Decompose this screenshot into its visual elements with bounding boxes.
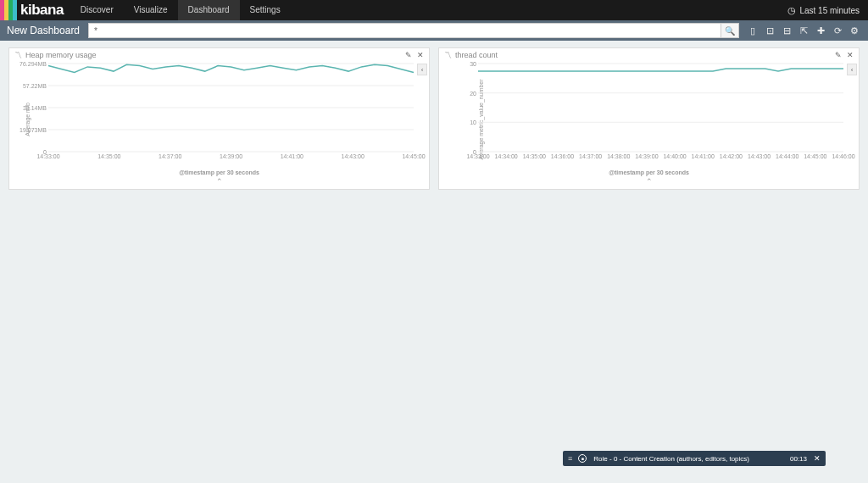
expand-handle[interactable]: ⌃	[439, 177, 859, 189]
x-tick: 14:45:00	[804, 153, 826, 159]
y-tick: 19.073MB	[19, 127, 47, 133]
x-tick: 14:37:00	[579, 153, 602, 159]
time-picker[interactable]: ◷ Last 15 minutes	[779, 5, 868, 16]
panel-body: Average metric_value_number010203014:33:…	[439, 62, 859, 177]
search-form: 🔍	[88, 23, 739, 38]
x-tick: 14:40:00	[663, 153, 686, 159]
new-icon[interactable]: ▯	[744, 23, 761, 38]
open-icon[interactable]: ⊟	[778, 23, 795, 38]
search-input[interactable]	[88, 23, 721, 38]
panel-title: Heap memory usage	[25, 51, 402, 59]
edit-icon[interactable]: ✎	[835, 51, 842, 59]
panel-title: thread count	[455, 51, 832, 59]
brand-name: kibana	[20, 2, 64, 19]
x-tick: 14:45:00	[402, 153, 425, 159]
refresh-icon[interactable]: ⟳	[829, 23, 846, 38]
y-tick: 38.14MB	[23, 105, 47, 111]
chevron-left-icon: ‹	[851, 66, 854, 74]
x-tick: 14:36:00	[551, 153, 574, 159]
share-icon[interactable]: ⇱	[795, 23, 812, 38]
x-tick: 14:42:00	[720, 153, 743, 159]
panel-heap-memory: 〽 Heap memory usage ✎ ✕ Average m/b019.0…	[8, 47, 430, 190]
x-tick: 14:46:00	[832, 153, 854, 159]
clock-icon: ◷	[787, 5, 796, 16]
panel-header: 〽 Heap memory usage ✎ ✕	[9, 48, 429, 62]
player-bar[interactable]: ≡ ■ Role - 0 - Content Creation (authors…	[563, 451, 826, 466]
close-icon[interactable]: ✕	[417, 51, 424, 59]
panel-body: Average m/b019.073MB38.14MB57.22MB76.294…	[9, 62, 429, 177]
x-tick: 14:37:00	[159, 153, 181, 159]
chevron-up-icon: ⌃	[646, 177, 653, 186]
panel-header: 〽 thread count ✎ ✕	[439, 48, 859, 62]
stop-button[interactable]: ■	[578, 454, 587, 463]
line-chart-icon: 〽	[444, 51, 452, 59]
x-tick: 14:34:00	[495, 153, 518, 159]
search-icon: 🔍	[725, 26, 735, 36]
close-icon[interactable]: ✕	[847, 51, 854, 59]
chevron-left-icon: ‹	[421, 66, 424, 74]
save-icon[interactable]: ⊡	[761, 23, 778, 38]
x-tick: 14:39:00	[220, 153, 242, 159]
y-tick: 57.22MB	[23, 83, 47, 89]
nav-tab-settings[interactable]: Settings	[240, 0, 291, 20]
collapse-legend-button[interactable]: ‹	[847, 64, 857, 75]
search-button[interactable]: 🔍	[721, 23, 739, 38]
add-icon[interactable]: ✚	[812, 23, 829, 38]
edit-icon[interactable]: ✎	[405, 51, 412, 59]
time-picker-label: Last 15 minutes	[799, 6, 860, 15]
x-tick: 14:35:00	[97, 153, 120, 159]
drag-handle-icon[interactable]: ≡	[568, 454, 571, 463]
y-tick: 20	[470, 90, 476, 96]
nav-tab-visualize[interactable]: Visualize	[124, 0, 178, 20]
x-tick: 14:41:00	[281, 153, 303, 159]
settings-gear-icon[interactable]: ⚙	[846, 23, 863, 38]
x-tick: 14:44:00	[776, 153, 798, 159]
y-tick: 76.294MB	[19, 61, 47, 67]
x-axis-label: @timestamp per 30 seconds	[179, 169, 259, 175]
x-tick: 14:39:00	[635, 153, 658, 159]
x-tick: 14:38:00	[607, 153, 630, 159]
stop-icon: ■	[581, 456, 584, 461]
x-tick: 14:33:00	[36, 153, 59, 159]
line-chart-icon: 〽	[14, 51, 22, 59]
panel-thread-count: 〽 thread count ✎ ✕ Average metric_value_…	[438, 47, 860, 190]
x-tick: 14:35:00	[523, 153, 546, 159]
x-tick: 14:33:00	[466, 153, 489, 159]
chevron-up-icon: ⌃	[216, 177, 223, 186]
expand-handle[interactable]: ⌃	[9, 177, 429, 189]
y-tick: 30	[470, 61, 476, 67]
nav-tab-dashboard[interactable]: Dashboard	[178, 0, 240, 20]
collapse-legend-button[interactable]: ‹	[417, 64, 427, 75]
player-time: 00:13	[790, 455, 807, 463]
nav-tab-discover[interactable]: Discover	[70, 0, 124, 20]
brand-logo[interactable]: kibana	[0, 0, 70, 20]
x-tick: 14:43:00	[342, 153, 364, 159]
dashboard-panels: 〽 Heap memory usage ✎ ✕ Average m/b019.0…	[0, 41, 868, 197]
x-axis-label: @timestamp per 30 seconds	[609, 169, 689, 175]
toolbar-icons: ▯⊡⊟⇱✚⟳⚙	[744, 23, 863, 38]
nav-tabs: DiscoverVisualizeDashboardSettings	[70, 0, 291, 20]
player-track-label: Role - 0 - Content Creation (authors, ed…	[593, 455, 749, 463]
x-tick: 14:41:00	[692, 153, 715, 159]
brand-bars	[0, 0, 17, 20]
y-tick: 10	[470, 119, 476, 125]
close-icon[interactable]: ✕	[814, 454, 821, 463]
dashboard-title: New Dashboard	[5, 25, 83, 36]
x-tick: 14:43:00	[748, 153, 771, 159]
top-nav: kibana DiscoverVisualizeDashboardSetting…	[0, 0, 868, 20]
sub-toolbar: New Dashboard 🔍 ▯⊡⊟⇱✚⟳⚙	[0, 20, 868, 41]
